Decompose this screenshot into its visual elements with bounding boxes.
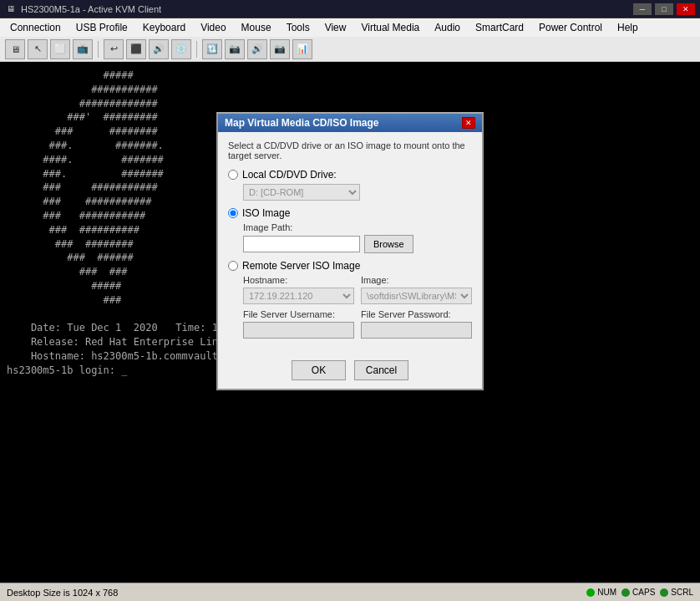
- dialog-title: Map Virtual Media CD/ISO Image: [225, 117, 379, 129]
- menu-item-tools[interactable]: Tools: [280, 20, 317, 35]
- username-label: File Server Username:: [243, 309, 354, 319]
- password-input[interactable]: [361, 322, 472, 339]
- dialog-footer: OK Cancel: [218, 354, 482, 389]
- iso-image-subsection: Image Path: Browse: [243, 222, 472, 253]
- username-field: File Server Username:: [243, 309, 354, 339]
- scrl-indicator: SCRL: [660, 588, 693, 597]
- menu-item-mouse[interactable]: Mouse: [235, 20, 278, 35]
- local-cd-drive-select[interactable]: D: [CD-ROM]: [243, 184, 360, 201]
- status-indicators: NUM CAPS SCRL: [586, 588, 693, 597]
- menu-item-keyboard[interactable]: Keyboard: [136, 20, 192, 35]
- status-bar: Desktop Size is 1024 x 768 NUM CAPS SCRL: [0, 583, 700, 601]
- username-input[interactable]: [243, 322, 354, 339]
- toolbar-btn-black[interactable]: ⬛: [126, 39, 146, 59]
- iso-image-label[interactable]: ISO Image: [242, 207, 290, 219]
- image-path-label: Image Path:: [243, 222, 472, 232]
- iso-image-section: ISO Image Image Path: Browse: [228, 207, 472, 253]
- image-path-input[interactable]: [243, 236, 360, 252]
- browse-button[interactable]: Browse: [364, 235, 413, 253]
- toolbar-btn-fullscreen[interactable]: ⬜: [50, 39, 70, 59]
- toolbar-separator: [98, 41, 99, 58]
- toolbar-btn-audio[interactable]: 🔊: [247, 39, 267, 59]
- toolbar-btn-refresh[interactable]: ↩: [104, 39, 124, 59]
- scrl-label: SCRL: [671, 588, 693, 597]
- toolbar-btn-monitor[interactable]: 🖥: [5, 39, 25, 59]
- menu-item-power-control[interactable]: Power Control: [532, 20, 609, 35]
- remote-server-subsection: Hostname: 172.19.221.120 Image: \softdis…: [243, 275, 472, 339]
- toolbar-btn-cursor[interactable]: ↖: [28, 39, 48, 59]
- toolbar-btn-disc[interactable]: 💿: [171, 39, 191, 59]
- iso-image-radio[interactable]: [228, 208, 238, 218]
- modal-overlay: Map Virtual Media CD/ISO Image ✕ Select …: [0, 62, 700, 583]
- menu-item-view[interactable]: View: [318, 20, 353, 35]
- hostname-field: Hostname: 172.19.221.120: [243, 275, 354, 304]
- hostname-image-row: Hostname: 172.19.221.120 Image: \softdis…: [243, 275, 472, 304]
- toolbar: 🖥↖⬜📺↩⬛🔊💿🔃📷🔊📷📊: [0, 37, 700, 62]
- status-text: Desktop Size is 1024 x 768: [7, 588, 586, 598]
- remote-server-radio[interactable]: [228, 261, 238, 271]
- cancel-button[interactable]: Cancel: [354, 360, 408, 380]
- toolbar-btn-snapshot[interactable]: 📷: [225, 39, 245, 59]
- menu-item-connection[interactable]: Connection: [3, 20, 68, 35]
- image-path-row: Browse: [243, 235, 472, 253]
- remote-server-section: Remote Server ISO Image Hostname: 172.19…: [228, 260, 472, 339]
- scrl-dot: [660, 588, 668, 597]
- caps-label: CAPS: [632, 588, 655, 597]
- menu-bar: ConnectionUSB ProfileKeyboardVideoMouseT…: [0, 18, 700, 37]
- toolbar-separator: [196, 41, 197, 58]
- toolbar-btn-stats[interactable]: 📊: [292, 39, 312, 59]
- local-cd-section: Local CD/DVD Drive: D: [CD-ROM]: [228, 169, 472, 201]
- maximize-button[interactable]: □: [655, 3, 673, 15]
- hostname-label: Hostname:: [243, 275, 354, 285]
- remote-server-label[interactable]: Remote Server ISO Image: [242, 260, 360, 272]
- close-button[interactable]: ✕: [677, 3, 695, 15]
- num-label: NUM: [597, 588, 616, 597]
- credentials-row: File Server Username: File Server Passwo…: [243, 309, 472, 339]
- app-icon: 🖥: [5, 3, 17, 15]
- caps-dot: [621, 588, 630, 597]
- menu-item-audio[interactable]: Audio: [428, 20, 467, 35]
- minimize-button[interactable]: ─: [633, 3, 652, 15]
- num-indicator: NUM: [586, 588, 616, 597]
- menu-item-usb-profile[interactable]: USB Profile: [69, 20, 134, 35]
- password-label: File Server Password:: [361, 309, 472, 319]
- image-label: Image:: [361, 275, 472, 285]
- toolbar-btn-capture[interactable]: 📷: [270, 39, 290, 59]
- title-bar: 🖥 HS2300M5-1a - Active KVM Client ─ □ ✕: [0, 0, 700, 18]
- caps-indicator: CAPS: [621, 588, 655, 597]
- local-cd-subsection: D: [CD-ROM]: [243, 184, 472, 201]
- dialog: Map Virtual Media CD/ISO Image ✕ Select …: [216, 112, 484, 390]
- window-controls: ─ □ ✕: [633, 3, 695, 15]
- toolbar-btn-mute[interactable]: 🔊: [149, 39, 169, 59]
- local-cd-label[interactable]: Local CD/DVD Drive:: [242, 169, 337, 181]
- dialog-titlebar: Map Virtual Media CD/ISO Image ✕: [218, 114, 482, 132]
- dialog-description: Select a CD/DVD drive or an ISO image to…: [228, 140, 472, 160]
- local-cd-radio[interactable]: [228, 170, 238, 180]
- dialog-close-button[interactable]: ✕: [462, 117, 475, 129]
- window-title: HS2300M5-1a - Active KVM Client: [21, 4, 633, 14]
- password-field: File Server Password:: [361, 309, 472, 339]
- dialog-body: Select a CD/DVD drive or an ISO image to…: [218, 132, 482, 354]
- hostname-select[interactable]: 172.19.221.120: [243, 288, 354, 304]
- toolbar-btn-screen[interactable]: 📺: [73, 39, 93, 59]
- menu-item-video[interactable]: Video: [194, 20, 232, 35]
- image-select[interactable]: \softdisr\SWLibrary\MS\OS\IS: [361, 288, 472, 304]
- toolbar-btn-sync[interactable]: 🔃: [202, 39, 222, 59]
- num-dot: [586, 588, 595, 597]
- menu-item-smartcard[interactable]: SmartCard: [469, 20, 530, 35]
- menu-item-virtual-media[interactable]: Virtual Media: [354, 20, 426, 35]
- ok-button[interactable]: OK: [292, 360, 346, 380]
- image-field: Image: \softdisr\SWLibrary\MS\OS\IS: [361, 275, 472, 304]
- menu-item-help[interactable]: Help: [611, 20, 645, 35]
